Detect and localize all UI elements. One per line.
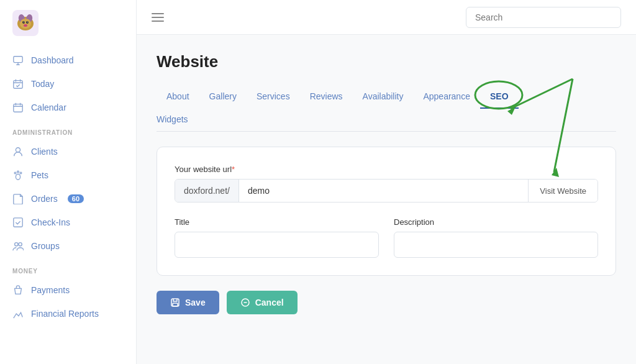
svg-rect-27 <box>173 303 178 306</box>
main-area: Website About Gallery Services Reviews A… <box>137 0 636 364</box>
tab-seo[interactable]: SEO <box>480 85 519 109</box>
monitor-icon <box>12 55 24 66</box>
search-input[interactable] <box>466 7 621 28</box>
tabs-wrapper: About Gallery Services Reviews Availabil… <box>157 85 616 132</box>
tab-reviews[interactable]: Reviews <box>300 85 353 109</box>
svg-point-13 <box>16 148 20 152</box>
svg-point-16 <box>20 172 22 174</box>
svg-point-19 <box>15 243 18 246</box>
cancel-button[interactable]: Cancel <box>227 291 298 314</box>
svg-point-5 <box>22 21 25 24</box>
sidebar-item-orders-label: Orders <box>31 194 58 204</box>
sidebar-item-calendar-label: Calendar <box>31 102 66 112</box>
save-button[interactable]: Save <box>157 291 219 314</box>
description-input[interactable] <box>394 232 598 258</box>
person-icon <box>12 146 24 157</box>
tab-services[interactable]: Services <box>247 85 300 109</box>
sidebar-item-pets[interactable]: Pets <box>0 163 136 187</box>
sidebar-item-clients-label: Clients <box>31 147 58 157</box>
hamburger-menu[interactable] <box>152 13 164 22</box>
calendar-check-icon <box>12 78 24 89</box>
paw-icon <box>12 170 24 181</box>
save-icon <box>170 298 180 307</box>
tab-appearance[interactable]: Appearance <box>413 85 480 109</box>
app-logo <box>12 10 39 36</box>
form-card: Your website url* doxford.net/ Visit Web… <box>157 147 616 276</box>
sidebar-item-checkins[interactable]: Check-Ins <box>0 211 136 234</box>
description-field-group: Description <box>394 217 598 258</box>
sidebar-item-dashboard[interactable]: Dashboard <box>0 48 136 72</box>
sidebar-item-pets-label: Pets <box>31 170 48 180</box>
page-title: Website <box>157 52 616 71</box>
hamburger-line-2 <box>152 17 164 18</box>
required-star: * <box>232 165 235 174</box>
sidebar-item-groups[interactable]: Groups <box>0 234 136 258</box>
tab-about[interactable]: About <box>157 85 199 109</box>
sidebar-item-dashboard-label: Dashboard <box>31 55 74 65</box>
sidebar: Dashboard Today Calendar ADMINISTRATION … <box>0 0 137 364</box>
topbar <box>137 0 636 35</box>
sidebar-item-payments[interactable]: Payments <box>0 278 136 302</box>
url-prefix: doxford.net/ <box>175 180 239 202</box>
sidebar-item-financial-reports[interactable]: Financial Reports <box>0 302 136 325</box>
calendar-icon <box>12 102 24 113</box>
bag-icon <box>12 284 24 296</box>
svg-point-20 <box>19 243 22 246</box>
hamburger-line-3 <box>152 20 164 22</box>
svg-point-7 <box>24 24 27 27</box>
people-icon <box>12 240 24 252</box>
svg-point-4 <box>20 19 31 29</box>
checkmark-square-icon <box>12 217 24 228</box>
tab-widgets[interactable]: Widgets <box>157 108 616 132</box>
admin-section-label: ADMINISTRATION <box>0 119 136 140</box>
title-input[interactable] <box>175 232 379 258</box>
url-label: Your website url* <box>175 165 598 174</box>
svg-point-9 <box>27 22 28 22</box>
sidebar-item-financial-reports-label: Financial Reports <box>31 309 99 319</box>
sidebar-item-today[interactable]: Today <box>0 72 136 96</box>
sidebar-item-calendar[interactable]: Calendar <box>0 96 136 119</box>
svg-point-8 <box>24 22 24 22</box>
hamburger-line-1 <box>152 13 164 14</box>
svg-point-14 <box>14 172 16 174</box>
url-row: doxford.net/ Visit Website <box>175 179 598 202</box>
content-area: Website About Gallery Services Reviews A… <box>137 35 636 364</box>
sidebar-item-today-label: Today <box>31 79 54 89</box>
svg-point-17 <box>16 174 20 180</box>
svg-rect-10 <box>14 57 22 63</box>
sidebar-item-payments-label: Payments <box>31 285 70 295</box>
svg-rect-12 <box>14 104 22 112</box>
chart-icon <box>12 308 24 319</box>
action-buttons: Save Cancel <box>157 291 616 314</box>
svg-rect-11 <box>14 81 22 89</box>
sidebar-item-orders[interactable]: Orders 60 <box>0 187 136 211</box>
seo-tab-label: SEO <box>490 91 509 101</box>
tab-gallery[interactable]: Gallery <box>199 85 247 109</box>
title-label: Title <box>175 217 379 227</box>
tab-availability[interactable]: Availability <box>353 85 414 109</box>
url-input[interactable] <box>239 180 528 202</box>
svg-point-15 <box>17 171 19 173</box>
title-field-group: Title <box>175 217 379 258</box>
sidebar-item-groups-label: Groups <box>31 241 60 251</box>
sidebar-logo <box>0 10 136 48</box>
svg-rect-18 <box>14 218 22 227</box>
tabs-bar: About Gallery Services Reviews Availabil… <box>157 85 616 132</box>
cancel-icon <box>240 298 250 307</box>
sidebar-item-checkins-label: Check-Ins <box>31 217 70 227</box>
fields-row: Title Description <box>175 217 598 258</box>
visit-website-button[interactable]: Visit Website <box>528 180 597 202</box>
description-label: Description <box>394 217 598 227</box>
file-icon <box>12 193 24 204</box>
sidebar-item-clients[interactable]: Clients <box>0 140 136 163</box>
svg-point-6 <box>26 21 29 24</box>
orders-badge: 60 <box>68 194 84 203</box>
money-section-label: MONEY <box>0 258 136 278</box>
